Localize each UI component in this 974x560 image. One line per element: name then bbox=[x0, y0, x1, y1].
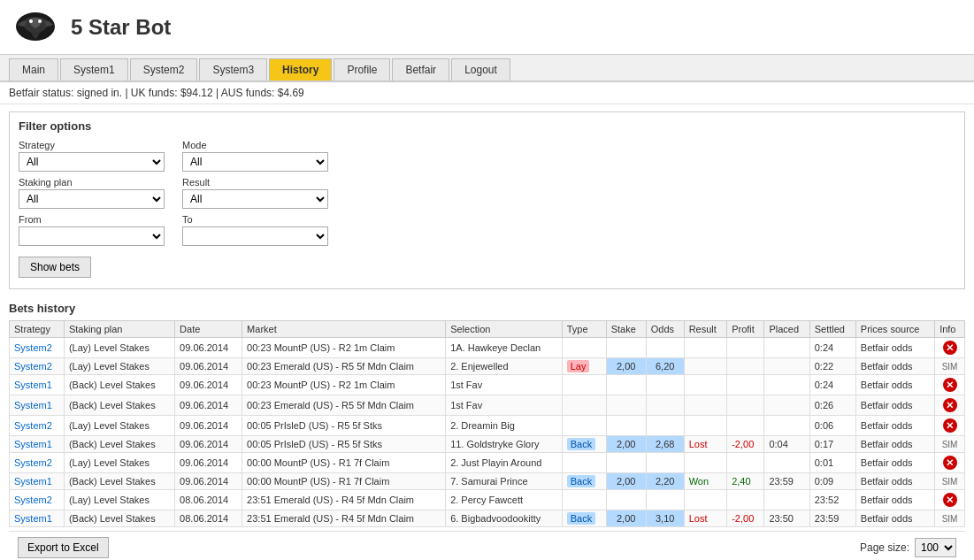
col-market: Market bbox=[242, 321, 446, 338]
result-select[interactable]: All Won Lost bbox=[182, 189, 328, 209]
export-button[interactable]: Export to Excel bbox=[18, 537, 109, 558]
tab-main[interactable]: Main bbox=[9, 58, 58, 81]
info-delete-icon[interactable]: ✕ bbox=[943, 456, 957, 470]
cell-staking: (Lay) Level Stakes bbox=[64, 416, 174, 436]
cell-stake: 2,00 bbox=[606, 510, 646, 527]
strategy-link[interactable]: System2 bbox=[14, 420, 52, 431]
svg-point-2 bbox=[38, 19, 42, 23]
strategy-link[interactable]: System1 bbox=[14, 400, 52, 410]
cell-stake bbox=[606, 395, 646, 416]
tab-profile[interactable]: Profile bbox=[334, 58, 390, 81]
cell-odds bbox=[646, 338, 684, 358]
cell-info: SIM bbox=[935, 510, 965, 527]
to-select[interactable] bbox=[182, 226, 328, 246]
cell-settled: 0:01 bbox=[809, 453, 855, 473]
col-stake: Stake bbox=[606, 321, 646, 338]
info-delete-icon[interactable]: ✕ bbox=[943, 398, 957, 412]
tab-system3[interactable]: System3 bbox=[199, 58, 267, 81]
tab-betfair[interactable]: Betfair bbox=[392, 58, 449, 81]
cell-profit: -2,00 bbox=[727, 436, 764, 453]
cell-selection: 6. Bigbadvoodookitty bbox=[446, 510, 563, 527]
strategy-link[interactable]: System2 bbox=[14, 342, 52, 353]
cell-odds: 6,20 bbox=[646, 358, 684, 375]
cell-selection: 2. Enjewelled bbox=[446, 358, 563, 375]
table-row: System2(Lay) Level Stakes09.06.201400:00… bbox=[10, 453, 965, 473]
info-delete-icon[interactable]: ✕ bbox=[943, 493, 957, 507]
strategy-link[interactable]: System1 bbox=[14, 513, 52, 524]
page-size-select[interactable]: 100 50 25 bbox=[915, 538, 956, 557]
cell-placed bbox=[764, 453, 809, 473]
cell-result bbox=[684, 338, 727, 358]
nav-bar: Main System1 System2 System3 History Pro… bbox=[0, 55, 974, 82]
cell-date: 09.06.2014 bbox=[175, 436, 242, 453]
cell-result bbox=[684, 490, 727, 510]
cell-result: Lost bbox=[684, 436, 727, 453]
cell-stake: 2,00 bbox=[606, 358, 646, 375]
cell-selection: 7. Samurai Prince bbox=[446, 473, 563, 490]
type-badge-back: Back bbox=[567, 512, 595, 525]
mode-label: Mode bbox=[182, 140, 328, 150]
from-select-wrapper bbox=[19, 226, 165, 246]
cell-market: 00:00 MountP (US) - R1 7f Claim bbox=[242, 473, 446, 490]
filter-row-3: From To bbox=[19, 214, 955, 246]
cell-market: 00:23 Emerald (US) - R5 5f Mdn Claim bbox=[242, 395, 446, 416]
tab-system2[interactable]: System2 bbox=[130, 58, 198, 81]
col-selection: Selection bbox=[446, 321, 563, 338]
tab-system1[interactable]: System1 bbox=[60, 58, 128, 81]
tab-history[interactable]: History bbox=[269, 58, 332, 81]
cell-stake bbox=[606, 338, 646, 358]
svg-point-1 bbox=[29, 19, 33, 23]
cell-settled: 0:17 bbox=[809, 436, 855, 453]
show-bets-button[interactable]: Show bets bbox=[19, 257, 91, 278]
cell-odds bbox=[646, 395, 684, 416]
cell-prices-source: Betfair odds bbox=[855, 416, 934, 436]
info-delete-icon[interactable]: ✕ bbox=[943, 378, 957, 392]
info-delete-icon[interactable]: ✕ bbox=[943, 341, 957, 355]
cell-result bbox=[684, 416, 727, 436]
cell-strategy: System2 bbox=[10, 358, 65, 375]
strategy-link[interactable]: System2 bbox=[14, 457, 52, 468]
cell-staking: (Back) Level Stakes bbox=[64, 375, 174, 395]
cell-date: 09.06.2014 bbox=[175, 358, 242, 375]
cell-odds bbox=[646, 416, 684, 436]
info-sim-label: SIM bbox=[942, 477, 958, 487]
cell-staking: (Back) Level Stakes bbox=[64, 436, 174, 453]
cell-selection: 11. Goldstryke Glory bbox=[446, 436, 563, 453]
cell-placed bbox=[764, 416, 809, 436]
table-row: System2(Lay) Level Stakes09.06.201400:23… bbox=[10, 358, 965, 375]
cell-date: 08.06.2014 bbox=[175, 490, 242, 510]
cell-stake bbox=[606, 490, 646, 510]
cell-profit bbox=[727, 358, 764, 375]
col-prices-source: Prices source bbox=[855, 321, 934, 338]
strategy-link[interactable]: System1 bbox=[14, 380, 52, 390]
cell-stake: 2,00 bbox=[606, 473, 646, 490]
strategy-select[interactable]: All System1 System2 bbox=[19, 152, 165, 172]
staking-select-wrapper: All Level Stakes bbox=[19, 189, 165, 209]
cell-staking: (Lay) Level Stakes bbox=[64, 338, 174, 358]
strategy-link[interactable]: System2 bbox=[14, 361, 52, 372]
cell-settled: 0:06 bbox=[809, 416, 855, 436]
table-header-row: Strategy Staking plan Date Market Select… bbox=[10, 321, 965, 338]
col-info: Info bbox=[935, 321, 965, 338]
cell-date: 09.06.2014 bbox=[175, 453, 242, 473]
from-select[interactable] bbox=[19, 226, 165, 246]
strategy-link[interactable]: System2 bbox=[14, 495, 52, 505]
cell-staking: (Lay) Level Stakes bbox=[64, 453, 174, 473]
strategy-link[interactable]: System1 bbox=[14, 439, 52, 449]
staking-select[interactable]: All Level Stakes bbox=[19, 189, 165, 209]
cell-info: ✕ bbox=[935, 416, 965, 436]
cell-placed: 23:50 bbox=[764, 510, 809, 527]
col-staking: Staking plan bbox=[64, 321, 174, 338]
to-select-wrapper bbox=[182, 226, 328, 246]
strategy-link[interactable]: System1 bbox=[14, 476, 52, 487]
cell-settled: 0:22 bbox=[809, 358, 855, 375]
tab-logout[interactable]: Logout bbox=[451, 58, 510, 81]
col-profit: Profit bbox=[727, 321, 764, 338]
cell-info: ✕ bbox=[935, 338, 965, 358]
cell-staking: (Back) Level Stakes bbox=[64, 510, 174, 527]
filter-row-2: Staking plan All Level Stakes Result All… bbox=[19, 177, 955, 209]
mode-select[interactable]: All Live SIM bbox=[182, 152, 328, 172]
cell-type bbox=[562, 375, 606, 395]
cell-info: ✕ bbox=[935, 453, 965, 473]
info-delete-icon[interactable]: ✕ bbox=[943, 418, 957, 433]
